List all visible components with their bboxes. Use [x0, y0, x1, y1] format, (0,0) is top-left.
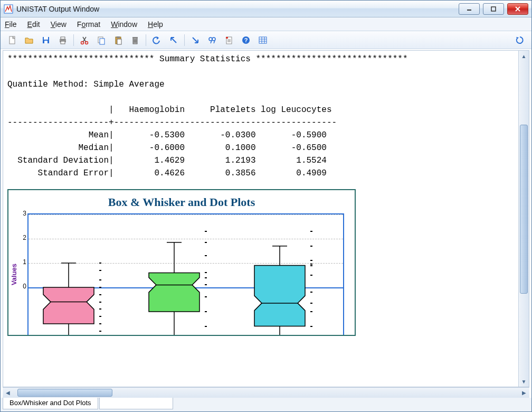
boxplot-series	[138, 214, 210, 335]
maximize-button[interactable]	[483, 3, 504, 15]
dot-point	[205, 311, 207, 312]
properties-icon[interactable]	[222, 33, 236, 47]
delete-icon[interactable]	[128, 33, 142, 47]
svg-point-11	[86, 41, 88, 44]
table-icon[interactable]	[255, 33, 270, 47]
svg-marker-47	[149, 273, 200, 312]
undo-icon[interactable]	[149, 33, 164, 47]
copy-icon[interactable]	[94, 33, 109, 47]
svg-rect-9	[61, 41, 65, 44]
boxplot-series	[33, 214, 104, 335]
menu-file[interactable]: File	[5, 20, 17, 29]
dot-point	[99, 263, 101, 264]
toolbar-separator	[73, 34, 74, 46]
dot-point	[99, 287, 101, 288]
chart-title: Box & Whisker and Dot Plots	[10, 192, 354, 213]
dot-point	[205, 231, 207, 232]
dot-point	[205, 296, 207, 297]
menubar: File Edit View Format Window Help	[1, 17, 531, 31]
svg-text:?: ?	[244, 37, 248, 43]
scroll-track[interactable]	[13, 388, 519, 398]
dot-point	[205, 284, 207, 285]
dot-point	[99, 279, 101, 280]
tab-bar: Box/Whisker and Dot Plots	[1, 398, 531, 411]
scroll-thumb[interactable]	[520, 125, 528, 294]
scroll-up-icon[interactable]: ▲	[519, 51, 529, 61]
scroll-right-icon[interactable]: ▶	[519, 388, 529, 398]
toolbar: ?	[1, 31, 531, 49]
svg-rect-8	[61, 37, 65, 39]
chart-plot-area	[27, 213, 344, 335]
nw-arrow-icon[interactable]	[166, 33, 181, 47]
menu-help[interactable]: Help	[148, 20, 163, 29]
menu-window[interactable]: Window	[111, 20, 137, 29]
toolbar-separator	[184, 34, 185, 46]
dot-point	[205, 255, 207, 256]
dot-point	[310, 275, 312, 276]
refresh-icon[interactable]	[512, 33, 527, 47]
svg-point-23	[212, 38, 215, 41]
toolbar-separator	[146, 34, 146, 46]
help-icon[interactable]: ?	[239, 33, 253, 47]
horizontal-scrollbar[interactable]: ◀ ▶	[3, 387, 529, 398]
dot-point	[310, 265, 312, 266]
new-file-icon[interactable]	[5, 33, 20, 47]
dot-point	[310, 246, 312, 247]
dot-point	[99, 331, 101, 332]
scroll-left-icon[interactable]: ◀	[3, 388, 13, 398]
tab-boxwhisker[interactable]: Box/Whisker and Dot Plots	[3, 398, 98, 409]
svg-rect-13	[100, 39, 104, 44]
menu-format[interactable]: Format	[77, 20, 100, 29]
svg-line-24	[211, 41, 212, 43]
dot-point	[99, 323, 101, 324]
boxplot-series	[244, 214, 316, 335]
window-controls	[459, 3, 528, 15]
menu-view[interactable]: View	[51, 20, 66, 29]
svg-rect-5	[44, 37, 48, 40]
paste-icon[interactable]	[111, 33, 126, 47]
menu-edit[interactable]: Edit	[27, 20, 40, 29]
chart-yticks: 0123	[19, 213, 27, 335]
minimize-button[interactable]	[459, 3, 480, 15]
dot-point	[310, 311, 312, 312]
dot-point	[310, 303, 312, 304]
dot-point	[205, 326, 207, 327]
scroll-down-icon[interactable]: ▼	[519, 376, 529, 387]
svg-rect-15	[117, 36, 120, 38]
tab-blank[interactable]	[99, 398, 173, 409]
scroll-track[interactable]	[519, 61, 529, 376]
output-text: ***************************** Summary St…	[7, 53, 514, 180]
dot-point	[310, 260, 312, 261]
titlebar: UNISTAT Output Window	[1, 1, 531, 17]
vertical-scrollbar[interactable]: ▲ ▼	[518, 51, 529, 387]
dot-point	[99, 270, 101, 271]
find-icon[interactable]	[205, 33, 220, 47]
svg-marker-41	[43, 287, 94, 324]
svg-rect-18	[132, 37, 138, 38]
svg-point-22	[209, 38, 212, 41]
save-file-icon[interactable]	[39, 33, 53, 47]
dot-point	[205, 242, 207, 243]
close-button[interactable]	[507, 3, 528, 15]
cut-icon[interactable]	[77, 33, 92, 47]
chart-ylabel: Values	[10, 213, 19, 335]
dot-point	[310, 264, 312, 265]
window-title: UNISTAT Output Window	[16, 5, 459, 13]
se-arrow-icon[interactable]	[188, 33, 203, 47]
svg-rect-2	[491, 7, 496, 11]
dot-point	[310, 231, 312, 232]
scroll-thumb[interactable]	[17, 389, 112, 397]
dot-point	[310, 326, 312, 327]
svg-point-10	[81, 41, 84, 44]
svg-line-25	[214, 41, 215, 43]
dot-point	[99, 316, 101, 317]
dot-point	[99, 308, 101, 310]
svg-rect-6	[44, 41, 48, 43]
print-icon[interactable]	[55, 33, 70, 47]
content-area: ***************************** Summary St…	[3, 50, 529, 387]
open-file-icon[interactable]	[22, 33, 36, 47]
dot-point	[99, 294, 101, 295]
output-document[interactable]: ***************************** Summary St…	[3, 51, 518, 387]
dot-point	[99, 302, 101, 303]
app-icon	[4, 4, 13, 14]
